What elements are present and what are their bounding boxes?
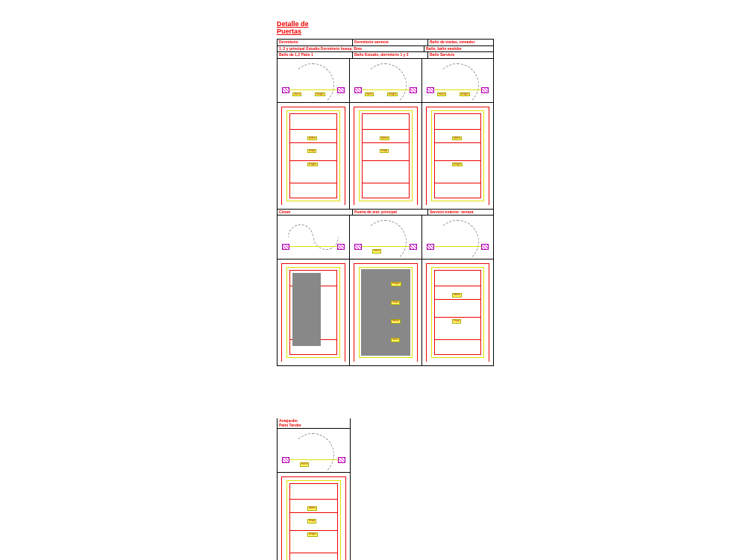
plan-4-closet — [278, 215, 350, 259]
door-frame-icon — [431, 267, 484, 358]
label: marco — [391, 338, 400, 342]
r2h-3: Servicio exterior- terraza — [428, 210, 493, 215]
hdr-3-2: Baño Estudio, dormitorio 1 y 2 — [353, 52, 428, 58]
door-frame-icon — [286, 110, 340, 201]
swing-arc-icon — [291, 433, 334, 476]
hdr-3-3: Baño Servicio — [428, 52, 493, 58]
wall-right-icon — [481, 87, 489, 93]
plan-3: marco bisagra — [422, 59, 493, 103]
label: chapa — [391, 301, 400, 305]
swing-arc-icon — [436, 220, 479, 263]
elev-2: tablero chapa — [350, 103, 422, 210]
wall-left-icon — [427, 87, 434, 93]
label: marco — [365, 92, 374, 97]
drawing-sheet: Detalle de Puertas Dormitorio Dormitorio… — [0, 0, 746, 560]
plan-5-main: marco — [350, 215, 422, 259]
swing-arc-icon — [363, 63, 407, 107]
plan-2: marco bisagra — [350, 59, 422, 103]
label: tablero — [391, 319, 401, 324]
swing-arc-icon — [291, 63, 334, 107]
elev-6: tablero chapa — [422, 259, 493, 365]
section-2: Antejardín Patio Tender marco tablero ch… — [277, 418, 351, 560]
label: marco — [372, 249, 381, 254]
label: marco — [300, 462, 309, 467]
wall-right-icon — [410, 87, 417, 93]
wall-right-icon — [337, 244, 345, 250]
dim-line-icon — [345, 107, 345, 205]
door-leaf-icon — [434, 246, 481, 247]
door-leaf-icon — [289, 459, 338, 460]
header-row-2: 1, 2 y principal Estudio Dormitorio hues… — [278, 46, 493, 53]
label: tablero — [452, 293, 462, 298]
s2-title: Antejardín Patio Tender — [278, 418, 350, 428]
label: chapa — [307, 519, 316, 523]
wall-right-icon — [410, 244, 417, 250]
title-l1: Detalle de — [277, 20, 309, 28]
elev-5-main: bisagra chapa tablero marco — [350, 259, 422, 365]
row1-plans: marco bisagra marco bisagra marco bisagr… — [278, 59, 493, 103]
label: chapa — [452, 319, 461, 324]
row2-header: Closet Puerta de entr. principal Servici… — [278, 210, 493, 216]
hdr-2-3: Baño, baño vestidor — [424, 46, 493, 52]
label: tablero — [380, 136, 389, 141]
label: chapa — [380, 149, 389, 154]
label: bisagra — [307, 532, 318, 537]
label: bisagra — [452, 163, 463, 167]
label: tablero — [307, 506, 317, 511]
label: marco — [437, 92, 446, 97]
s2-hdr: Antejardín Patio Tender — [278, 418, 350, 429]
row2-plans: marco — [278, 215, 493, 259]
door-leaf-icon — [362, 246, 410, 247]
door-leaf-icon — [289, 246, 337, 247]
hdr-2-1: 1, 2 y principal Estudio Dormitorio hues… — [278, 46, 424, 52]
main-grid: Dormitorio Dormitorio servicio Baño de v… — [277, 39, 494, 366]
elev-7: tablero chapa bisagra — [278, 473, 350, 560]
wall-right-icon — [338, 457, 345, 463]
hdr-1-1: Dormitorio — [278, 40, 353, 45]
label: tablero — [307, 136, 317, 141]
door-leaf-icon — [289, 89, 337, 90]
hdr-1-2: Dormitorio servicio — [353, 40, 428, 45]
s2-t2: Patio Tender — [279, 424, 301, 428]
dim-line-icon — [281, 107, 282, 205]
label: tablero — [452, 136, 462, 141]
wall-left-icon — [427, 244, 434, 250]
label: bisagra — [315, 92, 325, 97]
label: bisagra — [391, 282, 401, 286]
label: bisagra — [387, 92, 398, 97]
elev-4-closet — [278, 259, 350, 365]
solid-door-icon — [361, 269, 410, 356]
elev-3: tablero bisagra — [422, 103, 493, 210]
plan-1: marco bisagra — [278, 59, 350, 103]
header-row-1: Dormitorio Dormitorio servicio Baño de v… — [278, 40, 493, 46]
glass-panel-icon — [292, 273, 321, 346]
wall-right-icon — [337, 87, 345, 93]
dim-line-icon — [281, 107, 345, 107]
wall-right-icon — [481, 244, 489, 250]
door-frame-icon — [431, 110, 484, 201]
label: bisagra — [307, 163, 318, 167]
hdr-3-1: Baño de 1,2 Patio 1 — [278, 52, 353, 58]
wall-left-icon — [354, 87, 362, 93]
swing-arc-icon — [436, 63, 479, 107]
r2h-1: Closet — [278, 210, 353, 215]
plan-6 — [422, 215, 493, 259]
r2h-2: Puerta de entr. principal — [353, 210, 428, 215]
wall-left-icon — [282, 87, 289, 93]
elev-1: tablero chapa bisagra — [278, 103, 350, 210]
hdr-1-3: Baño de visitas, comedor — [428, 40, 493, 45]
label: bisagra — [460, 92, 470, 97]
plan-7: marco — [278, 429, 350, 473]
label: chapa — [307, 149, 316, 154]
wall-left-icon — [282, 244, 289, 250]
label: marco — [292, 92, 301, 97]
door-frame-icon — [359, 110, 413, 201]
door-leaf-icon — [434, 89, 481, 90]
row2-elevs: bisagra chapa tablero marco tablero chap… — [278, 259, 493, 365]
wall-left-icon — [282, 457, 289, 463]
wall-left-icon — [354, 244, 362, 250]
row1-elevs: tablero chapa bisagra tablero chapa — [278, 103, 493, 210]
door-leaf-icon — [362, 89, 410, 90]
title-l2: Puertas — [277, 28, 301, 35]
sheet-title: Detalle de Puertas — [277, 21, 309, 36]
